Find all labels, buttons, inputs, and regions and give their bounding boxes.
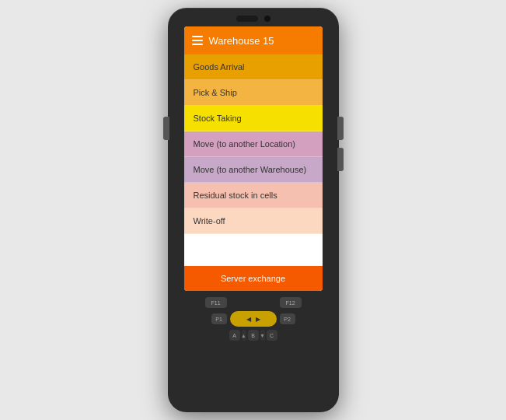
- p-keys-row: P1 ◀ ▶ P2: [211, 311, 295, 327]
- menu-item-goods-arrival[interactable]: Goods Arrival: [184, 54, 323, 80]
- device-top: [168, 8, 339, 22]
- nav-right-icon: ▶: [256, 316, 260, 323]
- key-c[interactable]: C: [267, 330, 277, 341]
- menu-list: Goods Arrival Pick & Ship Stock Taking M…: [184, 54, 323, 234]
- menu-item-move-warehouse[interactable]: Move (to another Warehouse): [184, 157, 323, 183]
- hamburger-line-2: [192, 40, 203, 41]
- side-button-right2[interactable]: [337, 148, 344, 171]
- menu-item-pick-ship[interactable]: Pick & Ship: [184, 80, 323, 106]
- nav-up-icon: ▲: [241, 333, 246, 338]
- speaker: [236, 16, 258, 22]
- nav-down-icon: ▼: [260, 333, 265, 338]
- fn-keys-row: F11 F12: [205, 297, 302, 308]
- server-exchange-button[interactable]: Server exchange: [184, 266, 323, 291]
- side-button-right[interactable]: [337, 117, 344, 140]
- p1-key[interactable]: P1: [211, 313, 227, 324]
- nav-left-icon: ◀: [246, 316, 251, 323]
- key-b[interactable]: B: [248, 330, 259, 341]
- handheld-device: Warehouse 15 Goods Arrival Pick & Ship S…: [168, 8, 339, 412]
- screen: Warehouse 15 Goods Arrival Pick & Ship S…: [184, 26, 323, 291]
- alpha-keys-row: A ▲ B ▼ C: [229, 330, 277, 341]
- camera: [264, 16, 270, 22]
- nav-cluster[interactable]: ◀ ▶: [230, 311, 277, 327]
- p2-key[interactable]: P2: [280, 313, 295, 324]
- side-button-left[interactable]: [163, 117, 169, 140]
- hamburger-line-3: [192, 44, 203, 45]
- f11-key[interactable]: F11: [205, 297, 227, 308]
- menu-item-residual-stock[interactable]: Residual stock in cells: [184, 183, 323, 208]
- menu-item-stock-taking[interactable]: Stock Taking: [184, 106, 323, 131]
- app-header: Warehouse 15: [184, 26, 323, 54]
- key-a[interactable]: A: [229, 330, 240, 341]
- menu-item-write-off[interactable]: Write-off: [184, 208, 323, 234]
- app-title: Warehouse 15: [209, 35, 274, 47]
- f12-key[interactable]: F12: [280, 297, 302, 308]
- hamburger-line-1: [192, 36, 203, 37]
- hamburger-icon[interactable]: [192, 36, 203, 45]
- menu-item-move-location[interactable]: Move (to another Location): [184, 131, 323, 157]
- keypad: F11 F12 P1 ◀ ▶ P2 A ▲ B ▼ C: [184, 297, 323, 341]
